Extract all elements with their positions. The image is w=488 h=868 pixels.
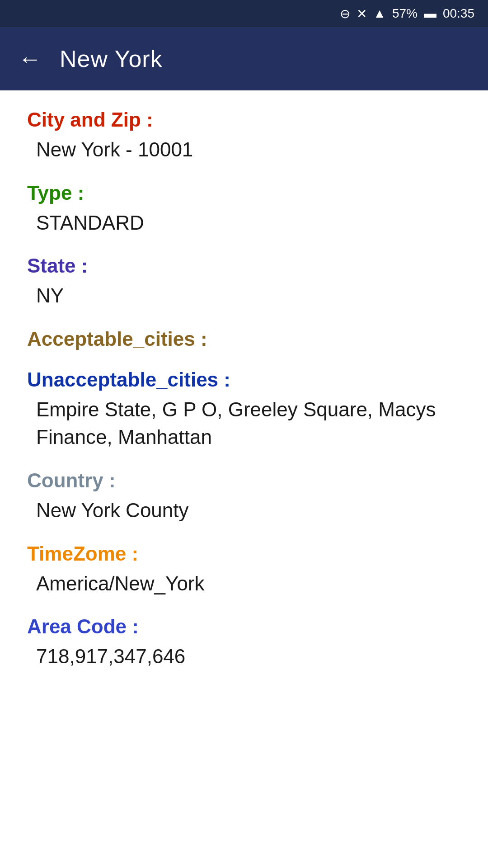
status-bar: ⊖ ✕ ▲ 57% ▬ 00:35 bbox=[0, 0, 488, 27]
back-arrow-icon: ← bbox=[18, 45, 42, 72]
back-button[interactable]: ← bbox=[18, 45, 42, 72]
field-value-country: New York County bbox=[27, 496, 461, 524]
battery-icon: ▬ bbox=[424, 6, 436, 21]
field-label-timezone: TimeZome : bbox=[27, 542, 461, 565]
field-value-type: STANDARD bbox=[27, 209, 461, 237]
page-title: New York bbox=[60, 45, 163, 72]
clock: 00:35 bbox=[443, 6, 474, 21]
battery-percent: 57% bbox=[392, 6, 418, 21]
do-not-disturb-icon: ⊖ bbox=[340, 6, 350, 21]
field-label-unacceptable-cities: Unacceptable_cities : bbox=[27, 368, 461, 391]
field-group-country: Country :New York County bbox=[27, 469, 461, 524]
field-group-type: Type :STANDARD bbox=[27, 182, 461, 237]
toolbar: ← New York bbox=[0, 27, 488, 90]
field-label-acceptable-cities: Acceptable_cities : bbox=[27, 328, 461, 350]
field-group-city-zip: City and Zip :New York - 10001 bbox=[27, 108, 461, 164]
signal-icon: ✕ bbox=[357, 6, 367, 21]
field-value-timezone: America/New_York bbox=[27, 570, 461, 598]
field-group-timezone: TimeZome :America/New_York bbox=[27, 542, 461, 598]
field-label-state: State : bbox=[27, 255, 461, 277]
field-group-area-code: Area Code :718,917,347,646 bbox=[27, 615, 461, 670]
field-value-area-code: 718,917,347,646 bbox=[27, 642, 461, 670]
field-label-country: Country : bbox=[27, 469, 461, 492]
field-value-state: NY bbox=[27, 282, 461, 310]
network-icon: ▲ bbox=[373, 6, 386, 21]
field-group-state: State :NY bbox=[27, 255, 461, 310]
field-group-unacceptable-cities: Unacceptable_cities :Empire State, G P O… bbox=[27, 368, 461, 451]
content-area: City and Zip :New York - 10001Type :STAN… bbox=[0, 90, 488, 707]
field-label-city-zip: City and Zip : bbox=[27, 108, 461, 131]
field-group-acceptable-cities: Acceptable_cities : bbox=[27, 328, 461, 350]
field-value-unacceptable-cities: Empire State, G P O, Greeley Square, Mac… bbox=[27, 396, 461, 451]
status-icons: ⊖ ✕ ▲ 57% ▬ 00:35 bbox=[340, 6, 474, 21]
field-label-type: Type : bbox=[27, 182, 461, 204]
field-label-area-code: Area Code : bbox=[27, 615, 461, 638]
field-value-city-zip: New York - 10001 bbox=[27, 136, 461, 164]
